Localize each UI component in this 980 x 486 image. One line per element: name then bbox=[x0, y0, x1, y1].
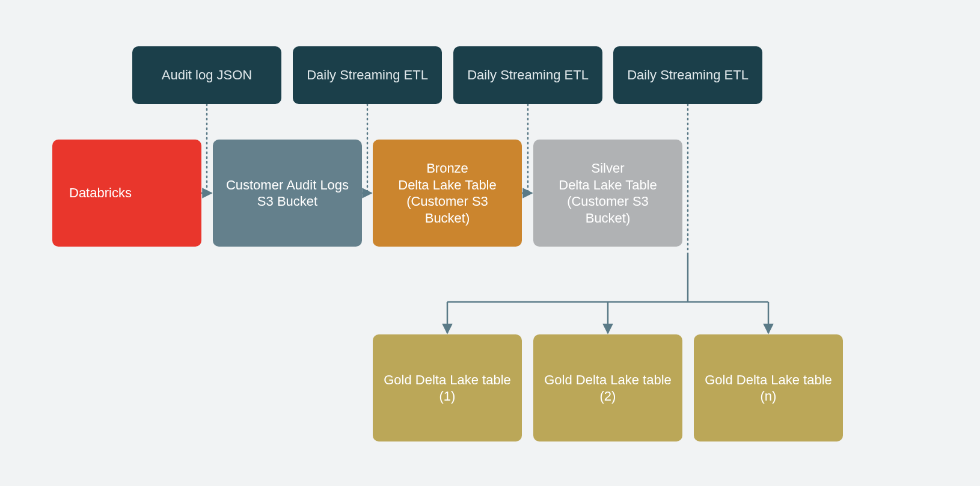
label-etl-3: Daily Streaming ETL bbox=[613, 46, 762, 104]
node-databricks: Databricks bbox=[52, 140, 201, 247]
node-bronze: BronzeDelta Lake Table (Customer S3 Buck… bbox=[373, 140, 522, 247]
node-gold-1: Gold Delta Lake table (1) bbox=[373, 334, 522, 441]
label-etl-2: Daily Streaming ETL bbox=[453, 46, 602, 104]
label-audit-json: Audit log JSON bbox=[132, 46, 281, 104]
node-gold-n: Gold Delta Lake table (n) bbox=[694, 334, 843, 441]
label-etl-1: Daily Streaming ETL bbox=[293, 46, 442, 104]
node-gold-2: Gold Delta Lake table (2) bbox=[533, 334, 682, 441]
node-customer-bucket: Customer Audit Logs S3 Bucket bbox=[213, 140, 362, 247]
node-silver: SilverDelta Lake Table (Customer S3 Buck… bbox=[533, 140, 682, 247]
